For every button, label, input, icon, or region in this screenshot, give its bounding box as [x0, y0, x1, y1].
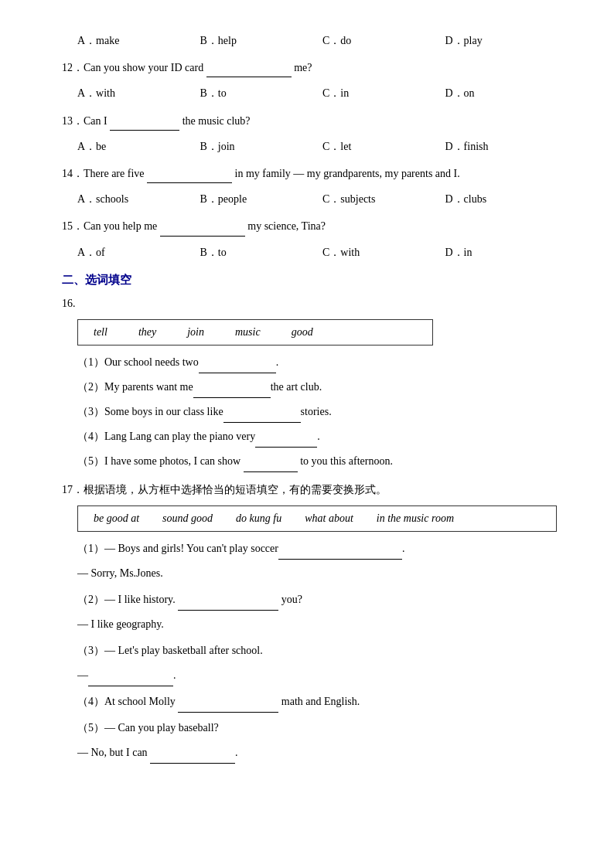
option-14-c: C．subjects — [322, 189, 445, 209]
option-d-play: D．play — [445, 31, 568, 50]
blank-16-1 — [199, 361, 276, 373]
option-12-d: D．on — [445, 83, 568, 103]
option-13-d: D．finish — [445, 137, 568, 156]
q16-item2: （2）My parents want methe art club. — [77, 376, 568, 398]
blank-17-2 — [178, 598, 278, 611]
option-13-a: A．be — [77, 137, 200, 156]
word-join: join — [187, 326, 204, 339]
q17-item5-q: （5）— Can you play baseball? — [77, 717, 568, 739]
option-12-a: A．with — [77, 83, 200, 103]
options-12: A．with B．to C．in D．on — [77, 83, 568, 103]
blank-17-3 — [88, 674, 173, 686]
option-a-make: A．make — [77, 31, 200, 50]
word-tell: tell — [94, 326, 107, 339]
question-12: 12．Can you show your ID card me? — [62, 58, 568, 77]
blank-14 — [147, 171, 232, 183]
word-box-16: tell they join music good — [77, 319, 433, 345]
section2-title: 二、选词填空 — [62, 273, 568, 288]
options-14: A．schools B．people C．subjects D．clubs — [77, 189, 568, 209]
q17-item3-q: （3）— Let's play basketball after school. — [77, 640, 568, 662]
q16-item3: （3）Some boys in our class likestories. — [77, 401, 568, 423]
q17-item1-q: （1）— Boys and girls! You can't play socc… — [77, 538, 568, 560]
word-they: they — [138, 326, 156, 339]
option-13-c: C．let — [322, 137, 445, 156]
option-13-b: B．join — [200, 137, 323, 156]
word-good: good — [292, 326, 313, 339]
option-15-b: B．to — [200, 243, 323, 262]
option-b-help: B．help — [200, 31, 323, 50]
q16-item5: （5）I have some photos, I can show to you… — [77, 451, 568, 472]
question-14: 14．There are five in my family — my gran… — [62, 164, 568, 183]
blank-17-5 — [150, 751, 235, 764]
option-15-d: D．in — [445, 243, 568, 262]
option-14-b: B．people — [200, 189, 323, 209]
blank-13 — [110, 118, 179, 131]
options-15: A．of B．to C．with D．in — [77, 243, 568, 262]
word-music: music — [235, 326, 261, 339]
phrase-what-about: what about — [305, 512, 353, 525]
option-c-do: C．do — [322, 31, 445, 50]
blank-16-3 — [223, 410, 301, 423]
question-17-num: 17．根据语境，从方框中选择恰当的短语填空，有的需要变换形式。 — [62, 480, 568, 499]
q17-item3-a: —. — [77, 665, 568, 686]
q17-item2-q: （2）— I like history. you? — [77, 589, 568, 611]
blank-17-4 — [178, 700, 278, 713]
option-14-a: A．schools — [77, 189, 200, 209]
blank-17-1 — [278, 547, 402, 560]
q16-item4: （4）Lang Lang can play the piano very. — [77, 426, 568, 448]
phrase-sound-good: sound good — [162, 512, 213, 525]
q17-item1-a: — Sorry, Ms.Jones. — [77, 563, 568, 584]
option-14-d: D．clubs — [445, 189, 568, 209]
option-15-c: C．with — [322, 243, 445, 262]
question-16-num: 16. — [62, 294, 568, 313]
blank-16-4 — [255, 435, 317, 448]
option-12-c: C．in — [322, 83, 445, 103]
phrase-in-music-room: in the music room — [377, 512, 454, 525]
blank-12 — [206, 65, 292, 77]
question-15: 15．Can you help me my science, Tina? — [62, 216, 568, 236]
options-13: A．be B．join C．let D．finish — [77, 137, 568, 156]
q16-item1: （1）Our school needs two. — [77, 352, 568, 373]
blank-16-2 — [193, 386, 271, 398]
question-13: 13．Can I the music club? — [62, 111, 568, 131]
option-15-a: A．of — [77, 243, 200, 262]
top-options-row: A．make B．help C．do D．play — [77, 31, 568, 50]
option-12-b: B．to — [200, 83, 323, 103]
q17-item5-a: — No, but I can . — [77, 742, 568, 764]
word-box-17: be good at sound good do kung fu what ab… — [77, 505, 557, 532]
phrase-be-good-at: be good at — [94, 512, 139, 525]
blank-16-5 — [244, 460, 298, 472]
phrase-do-kung-fu: do kung fu — [236, 512, 281, 525]
q17-item2-a: — I like geography. — [77, 614, 568, 635]
q17-item4: （4）At school Molly math and English. — [77, 691, 568, 713]
blank-15 — [160, 224, 245, 237]
